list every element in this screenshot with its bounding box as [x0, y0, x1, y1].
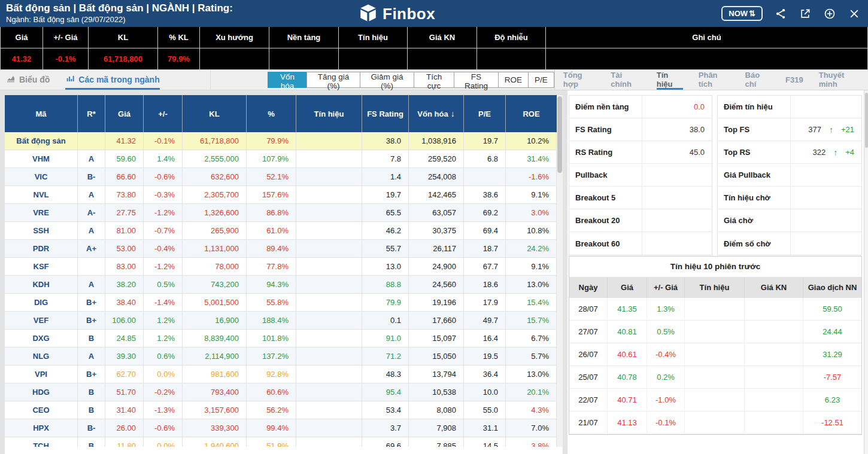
stock-roe: 5.7%	[506, 348, 557, 365]
filter-giam-gia[interactable]: Giảm giá (%)	[360, 72, 414, 88]
close-icon[interactable]	[848, 7, 861, 20]
stock-change: 0.0%	[144, 365, 183, 383]
stock-volume: 5,001,500	[183, 294, 247, 312]
history-signal	[685, 343, 745, 366]
stock-rating: A+	[78, 240, 105, 258]
stock-signal	[296, 419, 362, 437]
tab-thuyet-minh[interactable]: Thuyết minh	[819, 70, 860, 90]
col-header-fs-rating[interactable]: FS Rating	[362, 95, 409, 132]
stock-pe: 14.5	[464, 437, 506, 447]
external-link-icon[interactable]	[799, 7, 812, 20]
share-icon[interactable]	[774, 7, 787, 20]
stock-roe: 13.0%	[506, 365, 557, 383]
stock-rating: B-	[78, 419, 105, 437]
col-header-von-hoa[interactable]: Vốn hóa↓	[409, 95, 464, 132]
col-header-[interactable]: %	[247, 95, 296, 132]
brand-name: Finbox	[383, 5, 435, 23]
quote-value-gia: -0.1%	[43, 48, 89, 70]
table-row[interactable]: TCHB11.800.0%1,940,60051.9%69.67,88514.5…	[5, 437, 557, 447]
stock-market-cap: 19,196	[409, 294, 464, 312]
top-bar: Bất động sản | Bất động sản | NGÀNH | Ra…	[0, 0, 868, 27]
stock-signal	[296, 437, 362, 447]
content-area: MãR*Giá+/-KL%Tín hiệuFS RatingVốn hóa↓P/…	[0, 90, 868, 454]
plus-circle-icon[interactable]	[823, 7, 836, 20]
stock-market-cap: 26,117	[409, 240, 464, 258]
table-row[interactable]: VHMA59.601.4%2,555,000107.9%7.8259,5206.…	[5, 150, 557, 168]
signal-value	[791, 187, 861, 209]
stock-volume-pct: 52.1%	[247, 168, 296, 186]
signal-row-breakout-60: Breakout 60	[569, 232, 712, 255]
tab-tong-hop[interactable]: Tổng hợp	[563, 70, 595, 90]
table-row[interactable]: SSHA81.00-0.7%265,90061.0%46.230,37569.4…	[5, 222, 557, 240]
table-scrollbar-thumb[interactable]	[557, 96, 562, 173]
quote-col-ghi-chu: Ghi chú	[546, 27, 868, 48]
stock-roe: 4.3%	[506, 401, 557, 419]
signal-label: FS Rating	[569, 118, 642, 141]
signal-value: 38.0	[642, 118, 712, 141]
history-row: 27/0740.810.5%24.44	[569, 321, 861, 343]
tab-phan-tich[interactable]: Phân tích	[699, 70, 730, 90]
now-button[interactable]: NOW⇅	[721, 6, 763, 21]
tab-f319[interactable]: F319	[785, 70, 803, 90]
history-date: 28/07	[569, 298, 608, 321]
filter-p-e[interactable]: P/E	[528, 72, 554, 88]
now-button-label: NOW	[729, 9, 748, 18]
col-header-roe[interactable]: ROE	[506, 95, 557, 132]
table-row[interactable]: KSF83.00-1.2%78,00077.8%13.024,90067.79.…	[5, 258, 557, 276]
filter-tich-cuc[interactable]: Tích cực	[414, 72, 454, 88]
stock-market-cap: 13,794	[409, 365, 464, 383]
stock-change: -0.4%	[144, 240, 183, 258]
table-row[interactable]: VICB-66.60-0.6%632,60052.1%1.4254,008-1.…	[5, 168, 557, 186]
stock-volume: 16,900	[183, 312, 247, 330]
filter-fs-rating[interactable]: FS Rating	[454, 72, 499, 88]
stock-volume: 2,555,000	[183, 150, 247, 168]
quote-value-xu-huong	[200, 48, 269, 70]
col-header-r[interactable]: R*	[78, 95, 105, 132]
stock-volume: 793,400	[183, 383, 247, 401]
table-row[interactable]: HDGB51.70-0.2%793,40060.6%95.410,53810.0…	[5, 383, 557, 401]
col-header-gia[interactable]: Giá	[105, 95, 144, 132]
stock-fs-rating: 46.2	[362, 222, 409, 240]
signal-label: Top FS	[718, 118, 791, 141]
tab-cac-ma-trong-nganh[interactable]: Các mã trong ngành	[65, 70, 159, 90]
stock-symbol: KSF	[5, 258, 78, 276]
col-header-label: Tín hiệu	[314, 109, 344, 118]
col-header-ma[interactable]: Mã	[5, 95, 78, 132]
table-row[interactable]: VPIB+62.700.0%981,60092.8%48.313,79436.4…	[5, 365, 557, 383]
filter-von-hoa[interactable]: Vốn hóa	[268, 72, 307, 88]
table-row[interactable]: NVLA73.80-0.3%2,305,700157.6%19.7142,465…	[5, 186, 557, 204]
col-header-kl[interactable]: KL	[183, 95, 247, 132]
stock-change: -1.3%	[144, 401, 183, 419]
table-row[interactable]: PDRA+53.00-0.4%1,131,00089.4%55.726,1171…	[5, 240, 557, 258]
table-row[interactable]: VREA-27.75-1.2%1,326,60086.8%65.563,0576…	[5, 204, 557, 222]
table-row[interactable]: DXGB24.851.2%8,839,400101.8%91.015,09716…	[5, 330, 557, 348]
table-row[interactable]: DIGB+38.40-1.4%5,001,50055.8%79.919,1961…	[5, 294, 557, 312]
stock-price: 39.30	[105, 348, 144, 365]
table-row[interactable]: NLGA39.300.6%2,114,900137.2%71.215,05019…	[5, 348, 557, 365]
table-row[interactable]: Bất động sản41.32-0.1%61,718,80079.9%38.…	[5, 132, 557, 150]
tab-bieu-do[interactable]: Biểu đồ	[6, 70, 50, 90]
signal-panel-right: Điểm tín hiệuTop FS377↑+21Top RS322↑+4Gi…	[717, 95, 862, 255]
stock-price: 27.75	[105, 204, 144, 222]
page-scrollbar[interactable]	[864, 90, 868, 454]
signal-label: Breakout 60	[569, 232, 642, 255]
stock-market-cap: 24,560	[409, 276, 464, 294]
signal-row-breakout-5: Breakout 5	[569, 187, 712, 209]
page-scrollbar-thumb[interactable]	[865, 93, 868, 148]
col-header-[interactable]: +/-	[144, 95, 183, 132]
stock-volume: 339,300	[183, 419, 247, 437]
col-header-tin-hieu[interactable]: Tín hiệu	[296, 95, 362, 132]
table-scrollbar[interactable]	[557, 95, 563, 447]
filter-roe[interactable]: ROE	[498, 72, 529, 88]
table-row[interactable]: CEOB31.40-1.3%3,157,60056.2%53.48,08055.…	[5, 401, 557, 419]
stock-volume-pct: 51.9%	[247, 437, 296, 447]
tab-bao-chi[interactable]: Báo chí	[745, 70, 770, 90]
table-row[interactable]: HPXB-26.00-0.6%339,30099.4%3.77,90831.17…	[5, 419, 557, 437]
table-row[interactable]: KDHA38.200.5%743,20094.3%88.824,56018.61…	[5, 276, 557, 294]
tab-tai-chinh[interactable]: Tài chính	[611, 70, 641, 90]
table-row[interactable]: VEFB+106.001.2%16,900188.4%0.117,66049.7…	[5, 312, 557, 330]
col-header-p-e[interactable]: P/E	[464, 95, 506, 132]
filter-tang-gia[interactable]: Tăng giá (%)	[306, 72, 360, 88]
bar-chart-icon	[65, 74, 75, 86]
tab-tin-hieu[interactable]: Tín hiệu	[657, 70, 683, 90]
